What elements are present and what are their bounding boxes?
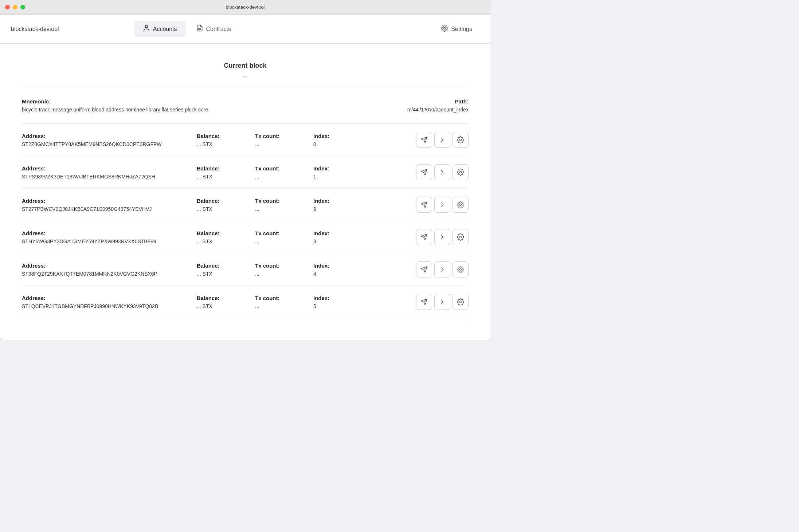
account-actions <box>416 294 469 310</box>
account-settings-button[interactable] <box>453 294 469 310</box>
traffic-lights <box>5 5 25 9</box>
maximize-button[interactable] <box>20 5 25 9</box>
index-label: Index: <box>313 263 357 269</box>
send-button[interactable] <box>416 261 432 277</box>
tab-accounts[interactable]: Accounts <box>134 21 186 37</box>
transfer-button[interactable] <box>434 132 450 148</box>
account-index-section: Index: 0 <box>313 133 357 147</box>
main-content: Current block ... Mnemonic: bicycle trac… <box>0 44 490 340</box>
address-label: Address: <box>22 165 197 172</box>
txcount-value: ... <box>255 174 313 180</box>
path-label: Path: <box>407 98 469 105</box>
address-label: Address: <box>22 230 197 236</box>
minimize-button[interactable] <box>13 5 17 9</box>
balance-label: Balance: <box>197 133 255 139</box>
account-settings-button[interactable] <box>453 132 469 148</box>
app-window: blockstack-devtool blockstack-devtool Ac… <box>0 0 490 340</box>
transfer-button[interactable] <box>434 197 450 213</box>
account-balance-section: Balance: ... STX <box>197 230 255 244</box>
account-row: Address: ST2Z8GMCX4TTPY8AK5MEM9NBS26QKCD… <box>22 124 469 156</box>
account-balance-section: Balance: ... STX <box>197 263 255 277</box>
account-txcount-section: Tx count: ... <box>255 230 313 244</box>
account-row: Address: STHY6WG3PY3DGA1GMEY59YZPXW993NV… <box>22 221 469 253</box>
send-button[interactable] <box>416 197 432 213</box>
svg-point-18 <box>460 269 462 271</box>
transfer-button[interactable] <box>434 261 450 277</box>
send-button[interactable] <box>416 294 432 310</box>
account-txcount-section: Tx count: ... <box>255 198 313 212</box>
account-address-section: Address: ST277PBWCV0QJ8JKKB0A9C71S0950G4… <box>22 198 197 212</box>
txcount-label: Tx count: <box>255 133 313 139</box>
account-settings-button[interactable] <box>453 164 469 180</box>
transfer-button[interactable] <box>434 294 450 310</box>
svg-point-15 <box>460 236 462 238</box>
index-label: Index: <box>313 198 357 204</box>
account-index-section: Index: 1 <box>313 165 357 180</box>
index-value: 2 <box>313 206 357 212</box>
account-address-section: Address: ST1QCEVPJ1TGBMGYNDFBPJ0990HNWKY… <box>22 295 197 309</box>
account-actions <box>416 261 469 277</box>
accounts-list: Address: ST2Z8GMCX4TTPY8AK5MEM9NBS26QKCD… <box>22 124 469 318</box>
app-name: blockstack-devtool <box>11 26 59 32</box>
account-row: Address: STPS939VZK3DET18WAJBTERKMGS8RKM… <box>22 156 469 189</box>
settings-button[interactable]: Settings <box>434 21 479 37</box>
transfer-button[interactable] <box>434 229 450 245</box>
mnemonic-left: Mnemonic: bicycle track message uniform … <box>22 98 407 113</box>
account-actions <box>416 132 469 148</box>
send-button[interactable] <box>416 164 432 180</box>
transfer-button[interactable] <box>434 164 450 180</box>
txcount-value: ... <box>255 239 313 244</box>
balance-label: Balance: <box>197 198 255 204</box>
index-value: 1 <box>313 174 357 180</box>
address-value: ST277PBWCV0QJ8JKKB0A9C71S0950G43754YEVHV… <box>22 206 197 212</box>
settings-label: Settings <box>451 26 472 32</box>
contracts-icon <box>196 24 203 34</box>
gear-icon <box>457 169 464 176</box>
current-block-value: ... <box>22 72 469 78</box>
close-button[interactable] <box>5 5 10 9</box>
account-txcount-section: Tx count: ... <box>255 295 313 309</box>
account-settings-button[interactable] <box>453 197 469 213</box>
account-txcount-section: Tx count: ... <box>255 263 313 277</box>
account-address-section: Address: STPS939VZK3DET18WAJBTERKMGS8RKM… <box>22 165 197 180</box>
send-button[interactable] <box>416 229 432 245</box>
account-index-section: Index: 5 <box>313 295 357 309</box>
address-value: ST1QCEVPJ1TGBMGYNDFBPJ0990HNWKYK93V9TQ82… <box>22 303 197 309</box>
txcount-label: Tx count: <box>255 295 313 301</box>
index-value: 0 <box>313 141 357 147</box>
balance-value: ... STX <box>197 303 255 309</box>
account-row: Address: ST277PBWCV0QJ8JKKB0A9C71S0950G4… <box>22 189 469 221</box>
address-label: Address: <box>22 295 197 301</box>
balance-value: ... STX <box>197 206 255 212</box>
transfer-icon <box>439 266 446 273</box>
account-actions <box>416 197 469 213</box>
gear-icon <box>457 298 464 306</box>
tab-contracts[interactable]: Contracts <box>187 21 240 37</box>
address-value: ST2Z8GMCX4TTPY8AK5MEM9NBS26QKCD0CPE3RGFP… <box>22 141 197 147</box>
balance-value: ... STX <box>197 239 255 244</box>
current-block-title: Current block <box>22 62 469 70</box>
mnemonic-section: Mnemonic: bicycle track message uniform … <box>22 87 469 124</box>
txcount-value: ... <box>255 303 313 309</box>
window-title: blockstack-devtool <box>226 4 265 10</box>
navbar: blockstack-devtool Accounts <box>0 15 490 44</box>
address-label: Address: <box>22 198 197 204</box>
account-settings-button[interactable] <box>453 261 469 277</box>
account-row: Address: ST1QCEVPJ1TGBMGYNDFBPJ0990HNWKY… <box>22 286 469 318</box>
mnemonic-label: Mnemonic: <box>22 98 407 105</box>
send-button[interactable] <box>416 132 432 148</box>
transfer-icon <box>439 233 446 241</box>
transfer-icon <box>439 136 446 143</box>
address-label: Address: <box>22 133 197 139</box>
svg-point-6 <box>460 139 462 141</box>
transfer-icon <box>439 169 446 176</box>
balance-label: Balance: <box>197 230 255 236</box>
svg-point-9 <box>460 172 462 173</box>
account-index-section: Index: 4 <box>313 263 357 277</box>
txcount-label: Tx count: <box>255 263 313 269</box>
address-value: STHY6WG3PY3DGA1GMEY59YZPXW993NVXX0STBF89 <box>22 239 197 244</box>
account-settings-button[interactable] <box>453 229 469 245</box>
account-index-section: Index: 2 <box>313 198 357 212</box>
account-index-section: Index: 3 <box>313 230 357 244</box>
gear-icon <box>457 201 464 208</box>
